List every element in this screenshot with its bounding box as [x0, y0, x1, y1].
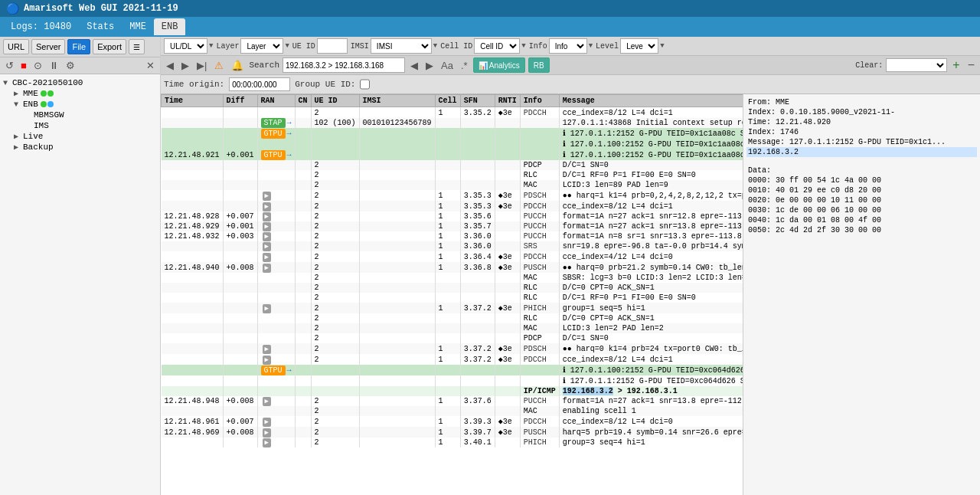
expander-mme: ▶	[14, 89, 23, 98]
search-toolbar: ◀ ▶ ▶| ⚠ 🔔 Search ◀ ▶ Aa .* 📊 Analytics …	[161, 56, 980, 75]
export-button[interactable]: Export	[93, 39, 126, 54]
table-row[interactable]: GTPU→ℹ 127.0.1.1:2152 G-PDU TEID=0x1c1aa…	[162, 128, 743, 139]
table-row[interactable]: 12.21.48.940+0.008▶213.36.8◆3ePUSCH●● ha…	[162, 262, 743, 273]
server-button[interactable]: Server	[31, 39, 65, 54]
table-row[interactable]: 2PDCPD/C=1 SN=0	[162, 160, 743, 170]
minus-icon[interactable]: −	[965, 58, 977, 72]
tab-enb[interactable]: ENB	[154, 18, 186, 35]
uldl-combo[interactable]: UL/DLULDL ▼	[164, 38, 213, 54]
layer-combo[interactable]: Layer LayerPHYMACRLCPDCP ▼	[216, 38, 289, 54]
tree-item-mbmsgw[interactable]: MBMSGW	[0, 110, 160, 120]
info-combo[interactable]: Info Info ▼	[529, 38, 593, 54]
log-table-wrap[interactable]: Time Diff RAN CN UE ID IMSI Cell SFN RNT…	[161, 94, 743, 495]
table-row[interactable]: ▶213.37.2◆3ePDCCHcce_index=8/12 L=4 dci=…	[162, 354, 743, 365]
tree-item-root[interactable]: ▼ CBC-2021050100	[0, 77, 160, 88]
file-button[interactable]: File	[67, 39, 90, 54]
table-row[interactable]: 2RLCD/C=0 CPT=0 ACK_SN=1	[162, 313, 743, 323]
warning-icon[interactable]: ⚠	[212, 60, 226, 71]
table-row[interactable]: 2RLCD/C=1 RF=0 P=1 FI=00 E=0 SN=0	[162, 293, 743, 303]
tree-item-backup[interactable]: ▶ Backup	[0, 142, 160, 152]
table-row[interactable]: 2MACLCID:3 len=89 PAD len=9	[162, 180, 743, 190]
cell-info: RLC	[520, 293, 559, 303]
table-row[interactable]: 12.21.48.928+0.007▶213.35.6PUCCHformat=1…	[162, 211, 743, 221]
step-icon[interactable]: ⊙	[31, 60, 44, 71]
settings-icon[interactable]: ⚙	[64, 60, 77, 71]
cellid-combo[interactable]: Cell ID Cell ID ▼	[440, 38, 525, 54]
cell-time: 12.21.48.921	[162, 149, 224, 160]
table-row[interactable]: 2MACLCID:3 len=2 PAD len=2	[162, 323, 743, 333]
group-ue-checkbox[interactable]	[360, 77, 370, 92]
tree-item-ims[interactable]: IMS	[0, 120, 160, 131]
search-prev-icon[interactable]: ◀	[408, 60, 420, 71]
table-row[interactable]: 213.35.2◆3ePDCCHcce_index=8/12 L=4 dci=1	[162, 107, 743, 119]
table-row[interactable]: ▶213.36.0SRSsnr=19.8 epre=-96.8 ta=-0.0 …	[162, 241, 743, 251]
tab-mme[interactable]: MME	[122, 18, 154, 35]
regex-icon[interactable]: .*	[459, 60, 470, 71]
table-row[interactable]: 2RLCD/C=1 RF=0 P=1 FI=00 E=0 SN=0	[162, 170, 743, 180]
search-next-icon[interactable]: ▶	[423, 60, 436, 71]
col-message: Message	[559, 95, 743, 107]
table-row[interactable]: 2RLCD/C=0 CPT=0 ACK_SN=1	[162, 283, 743, 293]
table-row[interactable]: 2PDCPD/C=1 SN=0	[162, 333, 743, 343]
table-row[interactable]: 12.21.48.921+0.001GTPU→ℹ 127.0.1.100:215…	[162, 149, 743, 160]
tab-logs[interactable]: Logs: 10480	[3, 18, 79, 35]
clear-select[interactable]	[886, 58, 947, 72]
search-input[interactable]	[283, 57, 405, 73]
table-row[interactable]: 12.21.48.948+0.008▶213.37.6PUCCHformat=1…	[162, 396, 743, 406]
cell-rnti	[495, 323, 520, 333]
table-row[interactable]: 12.21.48.932+0.003▶213.36.0PUCCHformat=1…	[162, 231, 743, 241]
tab-stats[interactable]: Stats	[79, 18, 122, 35]
prev-icon[interactable]: ◀	[164, 60, 176, 71]
filter-icon[interactable]: 🔔	[229, 60, 246, 71]
uldl-select[interactable]: UL/DLULDL	[164, 38, 207, 54]
level-combo[interactable]: Level Level ▼	[596, 38, 664, 54]
cell-diff	[223, 107, 257, 119]
cellid-select[interactable]: Cell ID	[474, 38, 520, 54]
table-row[interactable]: 12.21.48.961+0.007▶213.39.3◆3ePDCCHcce_i…	[162, 416, 743, 427]
cell-time: 12.21.48.948	[162, 396, 224, 406]
imsi-combo[interactable]: IMSI IMSI ▼	[351, 38, 437, 54]
table-row[interactable]: 2MACSBSR: lcg=3 b=0 LCID:3 len=2 LCID:3 …	[162, 273, 743, 283]
next-icon[interactable]: ▶	[179, 60, 191, 71]
info-select[interactable]: Info	[549, 38, 587, 54]
cell-info: PHICH	[520, 303, 559, 313]
rb-button[interactable]: RB	[528, 57, 550, 73]
table-row[interactable]: IP/ICMP192.168.3.2 > 192.168.3.1	[162, 386, 743, 396]
table-row[interactable]: 2MACenabling scell 1	[162, 406, 743, 416]
layer-select[interactable]: LayerPHYMACRLCPDCP	[240, 38, 283, 54]
table-row[interactable]: ▶213.37.2◆3ePDSCH●● harq=0 k1=4 prb=24 t…	[162, 343, 743, 354]
table-row[interactable]: 12.21.48.929+0.001▶213.35.7PUCCHformat=1…	[162, 221, 743, 231]
table-row[interactable]: ▶213.40.1PHICHgroup=3 seq=4 hi=1	[162, 438, 743, 447]
tree-item-mme[interactable]: ▶ MME	[0, 88, 160, 99]
play-icon[interactable]: ▶|	[194, 60, 209, 71]
detail-0010: 0010: 40 01 29 ee c0 d8 20 00	[746, 185, 977, 195]
imsi-select[interactable]: IMSI	[371, 38, 432, 54]
stop-icon[interactable]: ■	[18, 60, 29, 71]
tree-item-live[interactable]: ▶ Live	[0, 131, 160, 142]
table-row[interactable]: 12.21.48.969+0.008▶213.39.7◆3ePUSCHharq=…	[162, 427, 743, 438]
case-icon[interactable]: Aa	[439, 60, 456, 71]
cell-ueid: 2	[311, 396, 359, 406]
menu-button[interactable]: ☰	[129, 39, 145, 54]
table-row[interactable]: ▶213.37.2◆3ePHICHgroup=1 seq=5 hi=1	[162, 303, 743, 313]
table-row[interactable]: ▶213.35.3◆3ePDCCHcce_index=8/12 L=4 dci=…	[162, 201, 743, 211]
analytics-button[interactable]: 📊 Analytics	[473, 57, 525, 73]
tree-item-enb[interactable]: ▼ ENB	[0, 99, 160, 110]
add-icon[interactable]: +	[950, 58, 962, 72]
pause-icon[interactable]: ⏸	[47, 60, 61, 71]
table-row[interactable]: ℹ 127.0.1.100:2152 G-PDU TEID=0x1c1aa08c…	[162, 139, 743, 149]
table-row[interactable]: ℹ 127.0.1.1:2152 G-PDU TEID=0xc064d626 S…	[162, 375, 743, 386]
table-row[interactable]: STAP→102 (100)001010123456789127.0.1.1:4…	[162, 118, 743, 128]
cell-sfn: 3.35.2	[460, 107, 495, 119]
level-select[interactable]: Level	[620, 38, 658, 54]
refresh-icon[interactable]: ↺	[3, 60, 16, 71]
table-row[interactable]: ▶213.35.3◆3ePDSCH●● harq=1 k1=4 prb=0,2,…	[162, 190, 743, 201]
table-row[interactable]: GTPU→ℹ 127.0.1.100:2152 G-PDU TEID=0xc06…	[162, 365, 743, 375]
url-button[interactable]: URL	[3, 39, 29, 54]
detail-panel: From: MME Index: 0.0.10.185.9000_v2021-1…	[743, 94, 980, 495]
table-row[interactable]: ▶213.36.4◆3ePDCCHcce_index=4/12 L=4 dci=…	[162, 251, 743, 262]
time-origin-input[interactable]	[229, 77, 290, 91]
cell-rnti: ◆3e	[495, 416, 520, 427]
ueid-input[interactable]	[317, 38, 348, 54]
close-icon[interactable]: ✕	[144, 60, 157, 71]
